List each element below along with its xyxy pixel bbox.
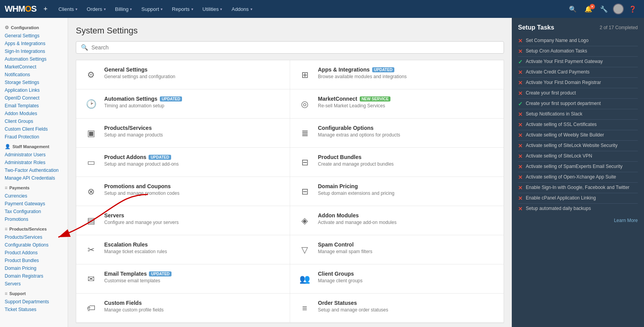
card-title: Servers [104, 212, 283, 219]
sidebar-item-addon-modules[interactable]: Addon Modules [0, 110, 68, 117]
settings-card-domain-pricing[interactable]: ⊟ Domain Pricing Setup domain extensions… [290, 177, 504, 206]
card-content: Apps & IntegrationsUPDATED Browse availa… [318, 66, 497, 79]
card-icon-server: ▤ [83, 213, 99, 229]
settings-card-escalation-rules[interactable]: ✂ Escalation Rules Manage ticket escalat… [76, 235, 290, 264]
settings-card-products-services[interactable]: ▣ Products/Services Setup and manage pro… [76, 119, 290, 148]
tasks-list: ✕Set Company Name and Logo✕Setup Cron Au… [518, 36, 638, 214]
card-content: Order Statuses Setup and manage order st… [318, 300, 497, 313]
search-input[interactable] [91, 44, 499, 51]
sidebar-item-automation-settings[interactable]: Automation Settings [0, 55, 68, 63]
nav-utilities[interactable]: Utilities ▾ [199, 5, 226, 14]
sidebar-item-domain-registrars[interactable]: Domain Registrars [0, 272, 68, 280]
sidebar-section-configuration: ⚙ Configuration General Settings Apps & … [0, 22, 68, 141]
help-btn[interactable]: ❓ [626, 4, 639, 14]
card-title: Escalation Rules [104, 241, 283, 248]
search-icon-btn[interactable]: 🔍 [566, 4, 579, 14]
task-x-icon: ✕ [518, 69, 523, 75]
sidebar-section-staff-management: 👤 Staff Management Administrator Users A… [0, 141, 68, 182]
sidebar-item-marketconnect[interactable]: MarketConnect [0, 63, 68, 71]
settings-card-automation-settings[interactable]: 🕑 Automation SettingsUPDATED Timing and … [76, 89, 290, 119]
setup-tasks-count: 2 of 17 Completed [600, 25, 638, 30]
nav-billing[interactable]: Billing ▾ [111, 5, 136, 14]
settings-card-servers[interactable]: ▤ Servers Configure and manage your serv… [76, 206, 290, 235]
settings-card-email-templates[interactable]: ✉ Email TemplatesUPDATED Customise email… [76, 264, 290, 294]
card-icon-addon: ◈ [297, 213, 313, 229]
sidebar-item-apps-integrations[interactable]: Apps & Integrations [0, 40, 68, 47]
task-x-icon: ✕ [518, 174, 523, 180]
task-x-icon: ✕ [518, 164, 523, 170]
sidebar-item-notifications[interactable]: Notifications [0, 71, 68, 79]
task-item: ✕Activate selling of SSL Certificates [518, 120, 638, 130]
task-x-icon: ✕ [518, 195, 523, 201]
sidebar-item-administrator-roles[interactable]: Administrator Roles [0, 159, 68, 166]
sidebar-item-products-services[interactable]: Products/Services [0, 233, 68, 241]
task-item: ✕Activate selling of Open-Xchange App Su… [518, 172, 638, 183]
settings-card-product-addons[interactable]: ▭ Product AddonsUPDATED Setup and manage… [76, 148, 290, 177]
sidebar-item-email-templates[interactable]: Email Templates [0, 102, 68, 110]
nav-clients[interactable]: Clients ▾ [54, 5, 81, 14]
task-item: ✕Setup Cron Automation Tasks [518, 46, 638, 57]
card-title: Custom Fields [104, 300, 283, 306]
sidebar-item-openid-connect[interactable]: OpenID Connect [0, 94, 68, 102]
card-title: Product Bundles [318, 154, 497, 160]
nav-orders[interactable]: Orders ▾ [83, 5, 110, 14]
sidebar-item-ticket-statuses[interactable]: Ticket Statuses [0, 306, 68, 313]
learn-more-link[interactable]: Learn More [518, 218, 638, 223]
logo[interactable]: WHMOS [5, 4, 37, 14]
settings-card-promotions-and-coupons[interactable]: ⊗ Promotions and Coupons Setup and manag… [76, 177, 290, 206]
sidebar-item-general-settings[interactable]: General Settings [0, 32, 68, 40]
add-button[interactable]: + [41, 3, 50, 15]
user-avatar[interactable] [613, 3, 624, 14]
support-section-label: Support [9, 291, 26, 296]
card-icon-spam: ▽ [297, 242, 313, 258]
settings-card-spam-control[interactable]: ▽ Spam Control Manage email spam filters [290, 235, 504, 264]
sidebar-item-signin-integrations[interactable]: Sign-In Integrations [0, 47, 68, 55]
sidebar-item-two-factor-auth[interactable]: Two-Factor Authentication [0, 166, 68, 174]
sidebar-item-domain-pricing[interactable]: Domain Pricing [0, 264, 68, 272]
nav-addons[interactable]: Addons ▾ [228, 5, 256, 14]
settings-card-client-groups[interactable]: 👥 Client Groups Manage client groups [290, 264, 504, 294]
nav-support[interactable]: Support ▾ [137, 5, 166, 14]
card-content: Spam Control Manage email spam filters [318, 241, 497, 254]
sidebar-item-manage-api-credentials[interactable]: Manage API Credentials [0, 174, 68, 182]
sidebar-item-fraud-protection[interactable]: Fraud Protection [0, 133, 68, 141]
search-bar[interactable]: 🔍 [76, 41, 504, 54]
card-title: Domain Pricing [318, 183, 497, 189]
settings-card-general-settings[interactable]: ⚙ General Settings General settings and … [76, 60, 290, 89]
sidebar-item-tax-configuration[interactable]: Tax Configuration [0, 208, 68, 215]
settings-card-addon-modules[interactable]: ◈ Addon Modules Activate and manage add-… [290, 206, 504, 235]
tools-btn[interactable]: 🔧 [597, 4, 611, 14]
task-label: Setup automated daily backups [526, 206, 591, 212]
sidebar-item-support-departments[interactable]: Support Departments [0, 298, 68, 306]
card-icon-clock: 🕑 [83, 96, 99, 112]
sidebar-item-currencies[interactable]: Currencies [0, 192, 68, 200]
settings-card-product-bundles[interactable]: ⊟ Product Bundles Create and manage prod… [290, 148, 504, 177]
task-label: Create your first product [526, 90, 576, 96]
card-desc: Activate and manage add-on modules [318, 220, 497, 225]
task-x-icon: ✕ [518, 132, 523, 138]
nav-reports[interactable]: Reports ▾ [168, 5, 197, 14]
sidebar-item-product-addons[interactable]: Product Addons [0, 249, 68, 257]
sidebar-item-promotions[interactable]: Promotions [0, 215, 68, 223]
sidebar-item-configurable-options[interactable]: Configurable Options [0, 241, 68, 249]
sidebar-item-product-bundles[interactable]: Product Bundles [0, 257, 68, 264]
card-desc: Setup and manage product add-ons [104, 161, 283, 167]
card-content: Promotions and Coupons Setup and manage … [104, 183, 283, 196]
settings-card-order-statuses[interactable]: ≡ Order Statuses Setup and manage order … [290, 294, 504, 323]
sidebar-item-application-links[interactable]: Application Links [0, 86, 68, 94]
sidebar-item-administrator-users[interactable]: Administrator Users [0, 151, 68, 159]
sidebar-item-custom-client-fields[interactable]: Custom Client Fields [0, 125, 68, 133]
sidebar-item-client-groups[interactable]: Client Groups [0, 117, 68, 125]
sidebar-item-payment-gateways[interactable]: Payment Gateways [0, 200, 68, 208]
task-check-icon: ✓ [518, 101, 523, 107]
task-x-icon: ✕ [518, 122, 523, 128]
card-title: Configurable Options [318, 125, 497, 131]
notifications-btn[interactable]: 🔔 ✕ [582, 4, 595, 14]
settings-card-apps-integrations[interactable]: ⊞ Apps & IntegrationsUPDATED Browse avai… [290, 60, 504, 89]
sidebar-item-servers[interactable]: Servers [0, 280, 68, 288]
settings-card-marketconnect[interactable]: ◎ MarketConnectNEW SERVICE Re-sell Marke… [290, 89, 504, 119]
sidebar-item-storage-settings[interactable]: Storage Settings [0, 79, 68, 86]
task-item: ✕Activate selling of Weebly Site Builder [518, 130, 638, 141]
settings-card-custom-fields[interactable]: 🏷 Custom Fields Manage custom profile fi… [76, 294, 290, 323]
settings-card-configurable-options[interactable]: ≣ Configurable Options Manage extras and… [290, 119, 504, 148]
